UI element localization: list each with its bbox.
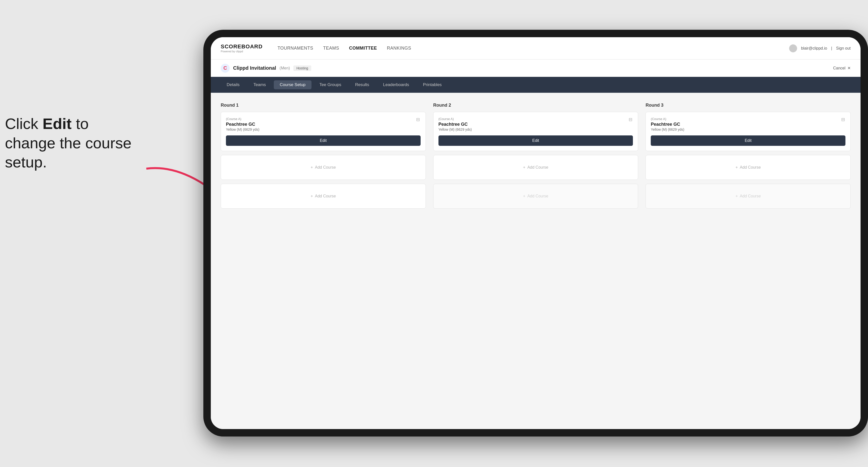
round-1-course-card: ⊟ (Course A) Peachtree GC Yellow (M) (66… xyxy=(221,112,426,151)
round-3-course-card: ⊟ (Course A) Peachtree GC Yellow (M) (66… xyxy=(646,112,850,151)
nav-right: blair@clippd.io | Sign out xyxy=(789,44,850,52)
tab-results[interactable]: Results xyxy=(349,80,375,89)
round-1-title: Round 1 xyxy=(221,103,426,108)
round-1-add-course-2[interactable]: + Add Course xyxy=(221,184,426,209)
plus-icon-2: + xyxy=(310,194,313,198)
round-2-course-card: ⊟ (Course A) Peachtree GC Yellow (M) (66… xyxy=(433,112,638,151)
round-2-title: Round 2 xyxy=(433,103,638,108)
hosting-badge: Hosting xyxy=(293,65,311,71)
round-2-add-course-2: + Add Course xyxy=(433,184,638,209)
bold-edit: Edit xyxy=(43,115,72,132)
tournament-gender: (Men) xyxy=(279,66,290,70)
plus-icon-6: + xyxy=(736,194,738,198)
trash-icon-3: ⊟ xyxy=(841,117,845,122)
plus-icon-4: + xyxy=(523,194,525,198)
close-icon: ✕ xyxy=(847,66,850,70)
rounds-grid: Round 1 ⊟ (Course A) Peachtree GC Yellow… xyxy=(221,103,850,213)
tab-printables[interactable]: Printables xyxy=(417,80,448,89)
sign-out-link[interactable]: Sign out xyxy=(836,46,850,51)
logo-title: SCOREBOARD xyxy=(221,44,262,50)
tablet-screen: SCOREBOARD Powered by clippd TOURNAMENTS… xyxy=(211,37,861,429)
nav-rankings[interactable]: RANKINGS xyxy=(387,45,411,51)
round-1-course-details: Yellow (M) (6629 yds) xyxy=(226,127,421,131)
round-2-column: Round 2 ⊟ (Course A) Peachtree GC Yellow… xyxy=(433,103,638,213)
round-2-course-details: Yellow (M) (6629 yds) xyxy=(438,127,633,131)
round-1-delete-icon[interactable]: ⊟ xyxy=(415,116,422,123)
plus-icon-5: + xyxy=(736,165,738,169)
round-2-course-name: Peachtree GC xyxy=(438,122,633,127)
round-3-course-label: (Course A) xyxy=(651,117,845,121)
round-2-delete-icon[interactable]: ⊟ xyxy=(627,116,634,123)
clippd-logo: C xyxy=(221,64,230,73)
user-avatar xyxy=(789,44,797,52)
tab-tee-groups[interactable]: Tee Groups xyxy=(313,80,347,89)
cancel-button[interactable]: Cancel ✕ xyxy=(833,66,850,70)
instruction-text: Click Edit to change the course setup. xyxy=(5,114,134,172)
round-1-column: Round 1 ⊟ (Course A) Peachtree GC Yellow… xyxy=(221,103,426,213)
round-1-course-label: (Course A) xyxy=(226,117,421,121)
tab-course-setup[interactable]: Course Setup xyxy=(274,80,311,89)
tab-teams[interactable]: Teams xyxy=(248,80,272,89)
nav-tournaments[interactable]: TOURNAMENTS xyxy=(278,45,313,51)
plus-icon-3: + xyxy=(523,165,525,169)
round-1-add-course-1[interactable]: + Add Course xyxy=(221,155,426,180)
tablet-frame: SCOREBOARD Powered by clippd TOURNAMENTS… xyxy=(204,30,868,436)
round-3-column: Round 3 ⊟ (Course A) Peachtree GC Yellow… xyxy=(646,103,850,213)
tab-leaderboards[interactable]: Leaderboards xyxy=(377,80,415,89)
round-3-edit-button[interactable]: Edit xyxy=(651,135,845,146)
round-3-course-details: Yellow (M) (6629 yds) xyxy=(651,127,845,131)
round-2-course-label: (Course A) xyxy=(438,117,633,121)
round-2-edit-button[interactable]: Edit xyxy=(438,135,633,146)
round-3-add-course-1[interactable]: + Add Course xyxy=(646,155,850,180)
round-3-delete-icon[interactable]: ⊟ xyxy=(839,116,846,123)
app-container: SCOREBOARD Powered by clippd TOURNAMENTS… xyxy=(211,37,861,429)
tournament-bar: C Clippd Invitational (Men) Hosting Canc… xyxy=(211,60,861,77)
round-3-title: Round 3 xyxy=(646,103,850,108)
round-1-course-name: Peachtree GC xyxy=(226,122,421,127)
tournament-name: Clippd Invitational xyxy=(233,65,276,71)
scoreboard-logo: SCOREBOARD Powered by clippd xyxy=(221,44,262,53)
tab-details[interactable]: Details xyxy=(221,80,246,89)
trash-icon-2: ⊟ xyxy=(629,117,632,122)
nav-teams[interactable]: TEAMS xyxy=(323,45,339,51)
nav-committee[interactable]: COMMITTEE xyxy=(349,45,377,51)
logo-subtitle: Powered by clippd xyxy=(221,50,262,53)
main-content: Round 1 ⊟ (Course A) Peachtree GC Yellow… xyxy=(211,93,861,429)
nav-separator: | xyxy=(831,46,832,51)
tournament-left: C Clippd Invitational (Men) Hosting xyxy=(221,64,311,73)
nav-left: SCOREBOARD Powered by clippd TOURNAMENTS… xyxy=(221,44,411,53)
nav-links: TOURNAMENTS TEAMS COMMITTEE RANKINGS xyxy=(278,45,411,51)
trash-icon: ⊟ xyxy=(416,117,420,122)
plus-icon-1: + xyxy=(310,165,313,169)
round-1-edit-button[interactable]: Edit xyxy=(226,135,421,146)
top-nav: SCOREBOARD Powered by clippd TOURNAMENTS… xyxy=(211,37,861,60)
tab-bar: Details Teams Course Setup Tee Groups Re… xyxy=(211,77,861,93)
round-2-add-course-1[interactable]: + Add Course xyxy=(433,155,638,180)
round-3-add-course-2: + Add Course xyxy=(646,184,850,209)
round-3-course-name: Peachtree GC xyxy=(651,122,845,127)
user-email: blair@clippd.io xyxy=(801,46,827,51)
